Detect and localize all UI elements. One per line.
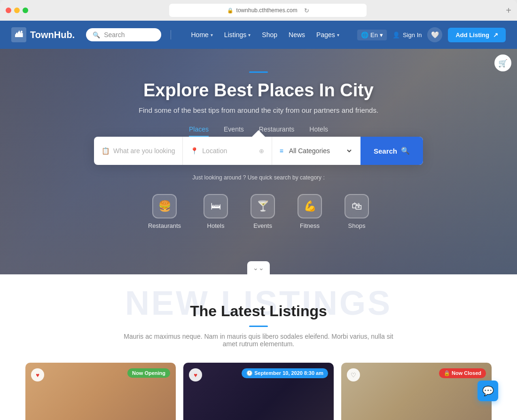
listings-section: NEW LISTINGS The Latest Listings Mauris … [0, 274, 517, 420]
cat-events-label: Events [253, 222, 272, 229]
address-bar-wrap: 🔒 townhub.cththemes.com ↻ [34, 4, 502, 17]
nav-item-pages[interactable]: Pages ▾ [312, 28, 344, 41]
location-input[interactable] [202, 147, 255, 155]
minimize-dot[interactable] [14, 8, 20, 13]
hero-content: Explore Best Places In City Find some of… [0, 49, 517, 229]
browser-frame: 🔒 townhub.cththemes.com ↻ + [0, 0, 517, 21]
globe-icon: 🌐 [361, 31, 368, 39]
logo[interactable]: 🏙 TownHub. [11, 27, 75, 42]
home-chevron: ▾ [211, 32, 213, 38]
nav-shop-label: Shop [262, 31, 277, 39]
close-dot[interactable] [6, 8, 11, 13]
address-bar[interactable]: 🔒 townhub.cththemes.com ↻ [169, 4, 367, 17]
reload-button[interactable]: ↻ [304, 7, 309, 14]
chat-widget-icon: 💬 [482, 385, 494, 397]
scroll-down-icon: ⌄⌄ [253, 264, 264, 272]
listing-card-2[interactable]: ♥ 🕐 September 10, 2020 8:30 am [183, 363, 334, 420]
hero-section: 🛒 Explore Best Places In City Find some … [0, 49, 517, 274]
listing-card-1[interactable]: ♥ Now Opening [25, 363, 176, 420]
tab-places[interactable]: Places [189, 125, 209, 137]
search-form-wrap: 📋 📍 ⊕ ≡ All Categories Restaurants Ho [0, 137, 517, 165]
card-2-heart[interactable]: ♥ [189, 368, 202, 381]
listings-description: Mauris ac maximus neque. Nam in mauris q… [118, 333, 400, 348]
sign-in-label: Sign In [403, 31, 422, 39]
cat-restaurants-label: Restaurants [148, 222, 181, 229]
nav-home-label: Home [191, 31, 209, 39]
cat-fitness[interactable]: 💪 Fitness [298, 194, 322, 229]
card-3-lock: 🔒 [444, 370, 452, 376]
cart-button[interactable]: 🛒 [494, 54, 511, 71]
what-input[interactable] [113, 147, 175, 155]
nav-search-label: Search [104, 31, 125, 39]
nav-links: Home ▾ Listings ▾ Shop News Pages ▾ [187, 28, 344, 41]
card-3-heart[interactable]: ♡ [347, 368, 360, 381]
nav-right: 🌐 En ▾ 👤 Sign In 🤍 Add Listing ↗ [357, 27, 506, 42]
search-icon: 🔍 [93, 31, 100, 39]
nav-search-bar[interactable]: 🔍 Search [86, 28, 161, 41]
maximize-dot[interactable] [23, 8, 28, 13]
cart-icon: 🛒 [498, 59, 508, 68]
new-tab-button[interactable]: + [506, 6, 511, 15]
card-1-heart[interactable]: ♥ [31, 368, 44, 381]
lang-selector[interactable]: 🌐 En ▾ [357, 30, 387, 40]
card-2-clock: 🕐 [246, 370, 254, 376]
location-target-icon: ⊕ [259, 148, 264, 155]
nav-item-listings[interactable]: Listings ▾ [219, 28, 255, 41]
browser-title-bar: 🔒 townhub.cththemes.com ↻ + [0, 4, 517, 21]
search-form: 📋 📍 ⊕ ≡ All Categories Restaurants Ho [94, 137, 423, 165]
scroll-down-indicator[interactable]: ⌄⌄ [247, 261, 270, 274]
logo-text: TownHub. [30, 30, 75, 40]
nav-pages-label: Pages [316, 31, 335, 39]
lock-icon: 🔒 [227, 8, 234, 14]
cat-events[interactable]: 🍸 Events [251, 194, 275, 229]
lang-label: En [370, 31, 378, 39]
search-button[interactable]: Search 🔍 [360, 137, 423, 165]
add-listing-label: Add Listing [455, 31, 489, 39]
cat-hotels-icon: 🛏 [204, 194, 228, 218]
nav-listings-label: Listings [224, 31, 246, 39]
quick-cats-wrap: Just looking around ? Use quick search b… [0, 174, 517, 229]
listings-title: The Latest Listings [19, 303, 498, 320]
add-listing-icon: ↗ [493, 31, 498, 39]
listing-card-3[interactable]: ♡ 🔒 Now Closed [341, 363, 492, 420]
what-field: 📋 [94, 137, 183, 165]
cat-shops-icon: 🛍 [345, 194, 369, 218]
cat-fitness-icon: 💪 [298, 194, 322, 218]
category-select[interactable]: All Categories Restaurants Hotels Events… [287, 147, 353, 155]
wishlist-button[interactable]: 🤍 [427, 27, 442, 42]
card-2-badge: 🕐 September 10, 2020 8:30 am [242, 368, 328, 378]
nav-item-news[interactable]: News [284, 28, 310, 41]
browser-dots [6, 8, 28, 13]
listing-cards: ♥ Now Opening ♥ 🕐 September 10, 2020 8:3… [19, 363, 498, 420]
site-wrapper: 🏙 TownHub. 🔍 Search Home ▾ Listings ▾ Sh… [0, 21, 517, 420]
nav-divider [171, 30, 171, 39]
category-icon: ≡ [280, 147, 283, 155]
location-field: 📍 ⊕ [183, 137, 272, 165]
card-3-badge: 🔒 Now Closed [439, 368, 486, 378]
listings-underline [249, 326, 268, 327]
cat-restaurants[interactable]: 🍔 Restaurants [148, 194, 181, 229]
cat-restaurants-icon: 🍔 [152, 194, 177, 218]
cat-shops[interactable]: 🛍 Shops [345, 194, 369, 229]
cat-shops-label: Shops [348, 222, 366, 229]
navbar: 🏙 TownHub. 🔍 Search Home ▾ Listings ▾ Sh… [0, 21, 517, 49]
hero-subtitle: Find some of the best tips from around t… [0, 106, 517, 114]
chat-widget-button[interactable]: 💬 [478, 381, 498, 401]
cat-events-icon: 🍸 [251, 194, 275, 218]
location-icon: 📍 [190, 147, 198, 155]
cat-hotels[interactable]: 🛏 Hotels [204, 194, 228, 229]
lang-chevron: ▾ [380, 31, 383, 39]
tab-events[interactable]: Events [224, 125, 244, 137]
tab-hotels[interactable]: Hotels [309, 125, 328, 137]
card-1-badge: Now Opening [127, 368, 170, 378]
hero-title: Explore Best Places In City [0, 80, 517, 101]
pages-chevron: ▾ [337, 32, 339, 38]
user-icon: 👤 [392, 31, 400, 39]
nav-item-home[interactable]: Home ▾ [187, 28, 218, 41]
sign-in-button[interactable]: 👤 Sign In [392, 31, 422, 39]
quick-cats: 🍔 Restaurants 🛏 Hotels 🍸 Events 💪 Fitnes… [0, 194, 517, 229]
add-listing-button[interactable]: Add Listing ↗ [448, 28, 506, 42]
quick-cats-label: Just looking around ? Use quick search b… [0, 174, 517, 181]
nav-item-shop[interactable]: Shop [257, 28, 282, 41]
cat-fitness-label: Fitness [300, 222, 320, 229]
